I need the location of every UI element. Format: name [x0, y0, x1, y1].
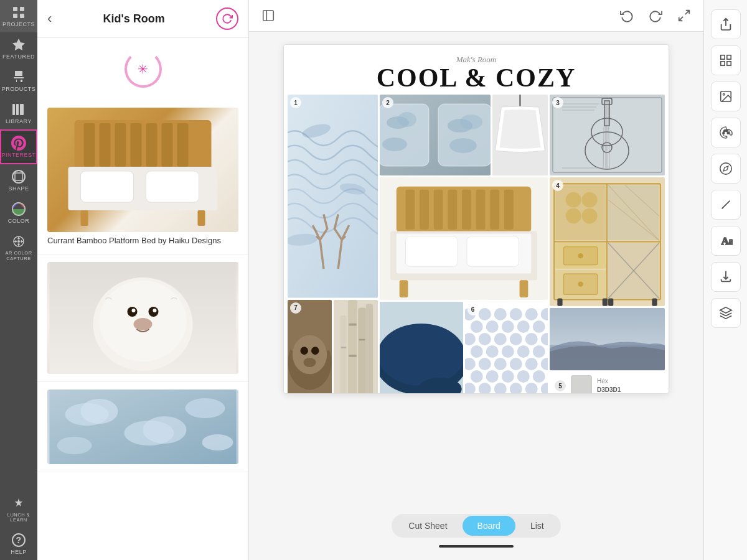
svg-point-125: [486, 345, 498, 358]
download-button[interactable]: [711, 262, 741, 292]
mb-birch-item[interactable]: [334, 300, 378, 394]
mb-landscape-item[interactable]: [550, 308, 665, 370]
svg-rect-49: [288, 95, 378, 298]
svg-rect-65: [366, 304, 373, 394]
svg-point-74: [398, 112, 416, 127]
mb-lamp-item[interactable]: [492, 95, 548, 175]
layers-button[interactable]: [711, 298, 741, 328]
mb-chair-item[interactable]: [380, 302, 463, 394]
cloud-pattern-image: [47, 390, 238, 464]
tab-board[interactable]: Board: [463, 516, 515, 536]
svg-point-124: [470, 345, 482, 358]
fullscreen-icon: [677, 9, 691, 22]
svg-point-7: [12, 170, 25, 183]
sidebar-item-featured-label: FEATURED: [2, 54, 35, 60]
main-area: Mak's Room COOL & COZY 1: [249, 0, 703, 560]
text-button[interactable]: Aa: [711, 226, 741, 256]
mb-pillows-item[interactable]: 2: [380, 95, 491, 175]
svg-point-176: [578, 253, 583, 258]
svg-rect-95: [400, 280, 408, 297]
svg-rect-15: [84, 123, 95, 167]
sidebar-item-ar[interactable]: AR COLOR CAPTURE: [0, 229, 37, 266]
scroll-indicator: [439, 545, 514, 548]
svg-point-132: [509, 358, 522, 370]
svg-point-137: [501, 370, 514, 383]
moodboard-title: COOL & COZY: [290, 65, 662, 91]
svg-point-169: [582, 208, 598, 224]
svg-point-179: [578, 282, 583, 287]
svg-rect-190: [720, 55, 724, 59]
item-num-3: 3: [552, 97, 563, 108]
sidebar-item-library[interactable]: LIBRARY: [0, 97, 37, 129]
sidebar-item-lunch[interactable]: LUNCH & LEARN: [0, 492, 37, 528]
mb-bed-item[interactable]: [380, 177, 548, 300]
svg-rect-192: [720, 62, 724, 65]
sidebar-item-pinterest[interactable]: PINTEREST: [0, 129, 37, 164]
mb-wallpaper-item[interactable]: 1: [288, 95, 378, 298]
pen-button[interactable]: [711, 190, 741, 220]
mb-color-swatch-item[interactable]: 5 Hex D3D3D1: [550, 370, 665, 394]
sidebar-item-help[interactable]: ? HELP: [0, 528, 37, 560]
svg-point-166: [566, 192, 581, 208]
panel-item-bed[interactable]: Currant Bamboo Platform Bed by Haiku Des…: [37, 100, 248, 254]
panel-item-polar-bear[interactable]: [37, 254, 248, 382]
lamp-svg: [492, 95, 548, 175]
sidebar-item-featured[interactable]: FEATURED: [0, 32, 37, 65]
svg-point-78: [449, 138, 477, 153]
panel-back-button[interactable]: ‹: [47, 11, 52, 27]
svg-rect-90: [504, 190, 514, 230]
svg-point-138: [517, 370, 529, 383]
col-1-bottom: 7: [288, 300, 378, 394]
mb-shelf-item[interactable]: 4: [550, 177, 665, 306]
mb-guitar-item[interactable]: 3: [550, 95, 665, 175]
svg-point-121: [509, 333, 522, 345]
svg-line-48: [679, 17, 683, 21]
sidebar-item-color[interactable]: COLOR: [0, 197, 37, 229]
svg-rect-183: [557, 298, 562, 306]
svg-point-130: [478, 358, 491, 370]
svg-rect-193: [726, 62, 730, 65]
svg-point-135: [470, 370, 482, 383]
svg-rect-1: [20, 7, 24, 11]
svg-point-35: [153, 309, 157, 312]
svg-rect-84: [420, 190, 429, 230]
grid-view-button[interactable]: [711, 45, 741, 75]
bed-item-title: Currant Bamboo Platform Bed by Haiku Des…: [47, 236, 238, 246]
svg-point-198: [726, 130, 728, 132]
undo-button[interactable]: [618, 6, 636, 25]
mb-hex-item[interactable]: 6 /* hexagon dots */: [465, 302, 548, 394]
sidebar-item-ar-label: AR COLOR CAPTURE: [0, 250, 37, 261]
main-toolbar: [249, 0, 703, 32]
svg-point-131: [494, 358, 506, 370]
svg-point-136: [486, 370, 498, 383]
svg-rect-3: [20, 14, 24, 18]
svg-line-47: [685, 11, 689, 14]
panel-refresh-button[interactable]: [216, 7, 238, 30]
color-icon: [11, 202, 26, 217]
share-button[interactable]: [711, 9, 741, 39]
svg-point-168: [566, 208, 581, 224]
image-button[interactable]: [711, 82, 741, 111]
polar-bear-image: [47, 262, 238, 374]
svg-rect-16: [100, 123, 111, 167]
svg-rect-20: [162, 123, 173, 167]
svg-rect-88: [476, 190, 486, 230]
sidebar-toggle-button[interactable]: [259, 6, 278, 25]
compass-button[interactable]: [711, 154, 741, 184]
mb-bear-item[interactable]: 7: [288, 300, 332, 394]
moodboard[interactable]: Mak's Room COOL & COZY 1: [283, 44, 669, 394]
panel-item-clouds[interactable]: [37, 382, 248, 472]
sidebar-item-products[interactable]: PRODUCTS: [0, 65, 37, 97]
fullscreen-button[interactable]: [675, 6, 693, 25]
tab-cut-sheet[interactable]: Cut Sheet: [393, 516, 462, 536]
redo-button[interactable]: [646, 6, 665, 25]
sidebar-item-shape[interactable]: SHAPE: [0, 164, 37, 197]
svg-rect-45: [263, 11, 274, 21]
svg-point-41: [143, 416, 187, 444]
palette-button[interactable]: [711, 118, 741, 147]
svg-point-116: [517, 320, 529, 333]
sidebar-item-projects[interactable]: PROJECTS: [0, 0, 37, 32]
tab-list[interactable]: List: [515, 516, 559, 536]
svg-point-58: [300, 347, 308, 355]
svg-rect-67: [359, 338, 365, 340]
